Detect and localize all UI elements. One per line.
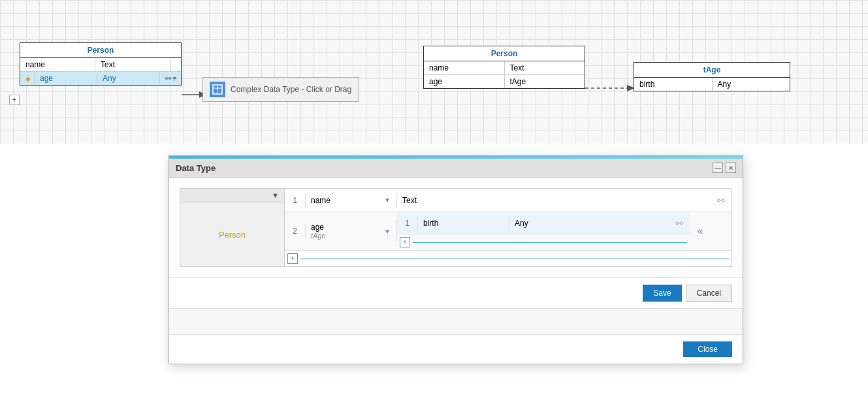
dialog-table-area: ▼ Person 1 name ▼ Text ⚯ <box>180 188 732 267</box>
save-button[interactable]: Save <box>643 285 681 302</box>
menu-icon-age: ≡ <box>172 74 176 82</box>
dt-nested-row-1-name-cell[interactable]: birth <box>418 216 509 230</box>
entity-cell-age-actions[interactable]: ⚯ ≡ <box>160 72 181 85</box>
dt-row-1-name-text: name <box>311 196 330 205</box>
plus-icon-left[interactable]: + <box>9 95 20 105</box>
entity-row-name-left[interactable]: name Text <box>20 58 181 72</box>
dt-row-2-name-text: age <box>311 223 326 232</box>
entity-cell-birth-type: Any <box>713 78 790 91</box>
entity-cell-birth-field: birth <box>634 78 713 91</box>
dt-row-2-dropdown-icon[interactable]: ▼ <box>383 227 391 235</box>
dialog-title: Data Type <box>176 163 216 173</box>
entity-person-left: Person name Text ◆ age Any ⚯ ≡ <box>20 42 182 86</box>
link-icon-age: ⚯ <box>165 74 171 83</box>
dt-row-2-name-cell[interactable]: age tAge ▼ <box>306 220 397 242</box>
dialog-titlebar: Data Type — ✕ <box>169 159 743 178</box>
dt-row-1-value: Text <box>397 193 711 208</box>
entity-person-right: Person name Text age tAge <box>423 46 585 89</box>
entity-tage: tAge birth Any <box>634 62 790 91</box>
entity-cell-age-field: age <box>35 72 97 85</box>
cancel-button[interactable]: Cancel <box>686 285 732 302</box>
dt-nested-row-1-value: Any <box>509 216 669 230</box>
entity-cell-age-type: Any <box>97 72 160 85</box>
entity-row-name-right[interactable]: name Text <box>424 61 585 75</box>
entity-cell-name-field: name <box>20 58 95 71</box>
dt-add-nested-line <box>413 242 687 243</box>
tooltip-icon <box>210 82 225 97</box>
entity-cell-name-field-r: name <box>424 61 505 74</box>
dropdown-arrow-icon: ▼ <box>272 191 279 199</box>
dt-right-pane: 1 name ▼ Text ⚯ 2 <box>285 189 731 266</box>
entity-cell-name-type-r: Text <box>505 61 585 74</box>
entity-cell-name-type: Text <box>95 58 170 71</box>
entity-cell-age-field-r: age <box>424 75 505 88</box>
dt-add-nested-plus-btn[interactable]: + <box>400 237 410 247</box>
close-button[interactable]: Close <box>683 341 732 357</box>
entity-row-age-left[interactable]: ◆ age Any ⚯ ≡ <box>20 72 181 85</box>
dialog-spacer <box>169 308 743 334</box>
dt-row-2-subtype-text: tAge <box>311 232 326 240</box>
dt-row-2-nested-area: 1 birth Any ⚯ + <box>397 212 690 250</box>
dt-add-row-main: + <box>285 251 731 266</box>
dt-row-1-link[interactable]: ⚯ <box>711 195 731 206</box>
dt-row-2-container: 2 age tAge ▼ <box>285 212 731 251</box>
dialog-close-btn[interactable]: ✕ <box>726 163 736 173</box>
dt-row-1-dropdown-icon[interactable]: ▼ <box>383 196 391 204</box>
dt-nested-row-1-num: 1 <box>397 216 418 230</box>
dt-left-dropdown[interactable]: ▼ <box>180 189 284 202</box>
table-icon <box>212 84 223 95</box>
dt-row-1-num: 1 <box>285 193 306 208</box>
dt-left-pane: ▼ Person <box>180 189 285 266</box>
tooltip-complex-type[interactable]: Complex Data Type - Click or Drag <box>202 77 359 102</box>
entity-tage-header: tAge <box>634 63 790 78</box>
dialog-datatype: Data Type — ✕ ▼ Person 1 <box>169 155 743 364</box>
dt-row-2-collapse-btn[interactable]: « <box>690 225 711 237</box>
dialog-save-cancel-footer: Save Cancel <box>169 277 743 308</box>
entity-cell-name-actions <box>170 58 181 71</box>
dt-row-1-name-cell[interactable]: name ▼ <box>306 193 397 208</box>
diamond-icon: ◆ <box>25 75 31 82</box>
tooltip-label: Complex Data Type - Click or Drag <box>231 85 351 94</box>
dialog-controls: — ✕ <box>713 163 736 173</box>
dt-nested-row-1: 1 birth Any ⚯ <box>397 212 690 234</box>
entity-cell-age-icon: ◆ <box>20 72 35 85</box>
entity-row-age-right[interactable]: age tAge <box>424 75 585 88</box>
entity-person-right-header: Person <box>424 46 585 61</box>
dt-add-main-line <box>300 259 729 259</box>
dt-left-label: Person <box>180 202 284 266</box>
dialog-minimize-btn[interactable]: — <box>713 163 723 173</box>
entity-cell-age-type-r: tAge <box>505 75 585 88</box>
dt-row-2: 2 age tAge ▼ <box>285 212 731 251</box>
dialog-body: ▼ Person 1 name ▼ Text ⚯ <box>169 178 743 277</box>
dt-row-2-num: 2 <box>285 224 306 238</box>
entity-row-birth[interactable]: birth Any <box>634 78 790 91</box>
entity-person-left-header: Person <box>20 43 181 58</box>
dt-row-1: 1 name ▼ Text ⚯ <box>285 189 731 212</box>
dt-nested-row-1-name-text: birth <box>423 219 438 228</box>
dt-add-nested-row: + <box>397 234 690 250</box>
dt-add-main-plus-btn[interactable]: + <box>287 253 298 264</box>
dt-nested-row-1-link[interactable]: ⚯ <box>669 218 690 228</box>
dialog-close-footer: Close <box>169 334 743 364</box>
